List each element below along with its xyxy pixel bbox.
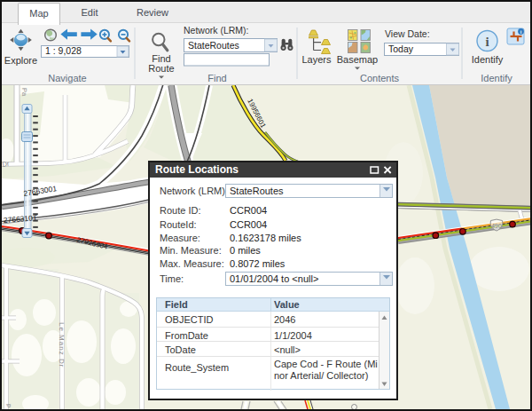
svg-text:Layers: Layers (301, 54, 332, 65)
svg-text:1 : 9,028: 1 : 9,028 (45, 45, 82, 56)
svg-text:490: 490 (491, 223, 502, 229)
svg-text:Network (LRM):: Network (LRM): (184, 25, 249, 36)
svg-text:Navigate: Navigate (48, 73, 86, 83)
svg-text:Find: Find (207, 73, 226, 83)
svg-text:View Date:: View Date: (385, 28, 430, 39)
svg-text:Today: Today (388, 43, 414, 54)
svg-text:Identify: Identify (481, 73, 512, 83)
svg-text:StateRoutes: StateRoutes (188, 40, 239, 51)
svg-text:Contents: Contents (360, 73, 400, 83)
svg-text:Le Manz Dr: Le Manz Dr (58, 322, 66, 368)
svg-text:Identify: Identify (472, 54, 504, 65)
svg-text:i: i (485, 35, 489, 49)
svg-text:Explore: Explore (4, 55, 37, 66)
svg-text:Basemap: Basemap (337, 54, 378, 65)
svg-text:Route: Route (148, 63, 174, 74)
svg-text:d: d (5, 404, 12, 407)
svg-text:Pa: Pa (20, 88, 28, 97)
